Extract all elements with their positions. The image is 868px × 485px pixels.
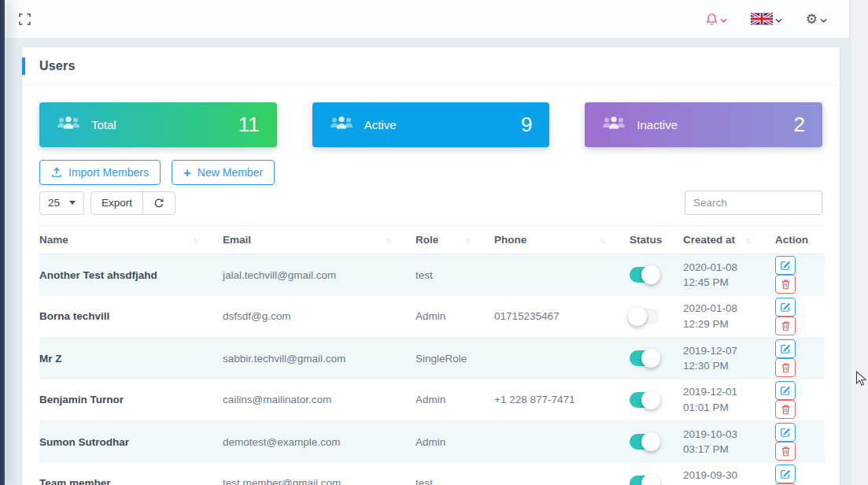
user-name-cell: Borna techvill — [39, 296, 223, 338]
trash-icon — [781, 446, 791, 457]
edit-button[interactable] — [775, 465, 796, 483]
search-input[interactable] — [685, 191, 822, 215]
sort-icon[interactable]: ↑↓ — [745, 236, 750, 245]
user-role-cell: test — [416, 463, 494, 485]
created-time: 12:29 PM — [683, 317, 769, 332]
column-header-name[interactable]: Name↑↓ — [39, 226, 223, 254]
edit-pencil-icon — [780, 385, 791, 396]
user-email-cell: test.member@gmail.com — [223, 463, 416, 485]
trash-icon — [781, 279, 791, 290]
user-role-cell: SingleRole — [416, 338, 494, 379]
user-role-cell: Admin — [416, 296, 494, 338]
column-header-role[interactable]: Role↑↓ — [416, 226, 494, 254]
table-row: Another Test ahsdfjahdjalal.techvill@gma… — [39, 254, 825, 296]
table-row: Sumon Sutrodhardemotest@example.comAdmin… — [39, 421, 825, 463]
action-cell — [775, 338, 825, 379]
column-header-status: Status — [630, 226, 683, 254]
toggle-knob — [641, 474, 660, 485]
column-header-email[interactable]: Email↑↓ — [223, 226, 416, 254]
action-cell — [775, 463, 825, 485]
edit-pencil-icon — [780, 302, 791, 313]
user-name-cell: Mr Z — [39, 338, 223, 379]
delete-button[interactable] — [775, 317, 796, 335]
new-member-label: New Member — [198, 166, 263, 179]
status-toggle[interactable] — [630, 476, 659, 485]
column-header-created-at[interactable]: Created at↑↓ — [683, 226, 775, 254]
toggle-knob — [641, 432, 660, 451]
user-status-cell — [630, 463, 683, 485]
created-time: 01:01 PM — [683, 400, 769, 416]
new-member-button[interactable]: + New Member — [172, 160, 275, 185]
page-header: Users — [22, 47, 840, 85]
status-toggle[interactable] — [630, 350, 659, 366]
bell-icon — [706, 13, 718, 26]
edit-button[interactable] — [775, 256, 796, 275]
status-toggle[interactable] — [630, 309, 659, 324]
export-button[interactable]: Export — [91, 192, 142, 214]
delete-button[interactable] — [775, 358, 796, 377]
right-scroll-strip[interactable] — [850, 0, 868, 485]
refresh-icon — [153, 198, 164, 209]
fullscreen-icon[interactable] — [19, 13, 31, 25]
sort-icon[interactable]: ↑↓ — [386, 236, 390, 245]
user-phone-cell — [494, 463, 630, 485]
user-phone-cell — [494, 338, 630, 379]
sort-icon[interactable]: ↑↓ — [464, 236, 469, 245]
toggle-knob — [641, 349, 660, 368]
stat-label: Total — [91, 118, 116, 131]
created-at-cell: 2020-01-0812:45 PM — [683, 254, 775, 296]
edit-button[interactable] — [775, 381, 796, 400]
user-status-cell — [630, 254, 683, 296]
page-size-select[interactable]: 25 — [39, 191, 84, 215]
chevron-down-icon — [720, 12, 727, 26]
delete-button[interactable] — [775, 275, 796, 294]
delete-button[interactable] — [775, 442, 796, 461]
table-header-row: Name↑↓Email↑↓Role↑↓Phone↑↓StatusCreated … — [39, 226, 825, 254]
created-time: 12:45 PM — [683, 275, 769, 291]
export-button-group: Export — [90, 191, 175, 215]
users-group-icon — [602, 116, 626, 134]
edit-pencil-icon — [780, 427, 791, 438]
table-row: Benjamin Turnorcailins@mailinator.comAdm… — [39, 379, 825, 421]
stat-card-inactive: Inactive 2 — [585, 102, 822, 147]
stats-row: Total 11 — [39, 102, 822, 147]
uk-flag-icon — [751, 13, 773, 25]
user-status-cell — [630, 296, 683, 338]
status-toggle[interactable] — [630, 434, 659, 450]
created-at-cell: 2019-12-0712:30 PM — [683, 338, 775, 379]
user-email-cell: dsfsdf@g.com — [223, 296, 416, 338]
created-date: 2020-01-08 — [683, 301, 769, 317]
created-at-cell: 2019-10-0303:17 PM — [683, 421, 775, 463]
refresh-button[interactable] — [142, 192, 175, 214]
created-at-cell: 2019-12-0101:01 PM — [683, 379, 775, 421]
user-phone-cell: 01715235467 — [494, 296, 630, 338]
sort-icon[interactable]: ↑↓ — [600, 236, 604, 245]
sort-icon[interactable]: ↑↓ — [193, 236, 198, 245]
user-name-cell: Team member — [39, 463, 223, 485]
user-status-cell — [630, 421, 683, 463]
language-menu[interactable] — [751, 12, 782, 26]
stat-card-total: Total 11 — [39, 102, 277, 147]
edit-button[interactable] — [775, 298, 796, 317]
column-header-phone[interactable]: Phone↑↓ — [494, 226, 630, 254]
user-phone-cell — [494, 254, 630, 296]
import-members-button[interactable]: Import Members — [39, 160, 161, 185]
status-toggle[interactable] — [630, 267, 659, 283]
status-toggle[interactable] — [630, 392, 659, 408]
edit-button[interactable] — [775, 339, 796, 358]
notifications-menu[interactable] — [706, 12, 727, 26]
chevron-down-icon — [820, 12, 827, 26]
column-header-action: Action — [775, 226, 825, 254]
action-buttons-row: Import Members + New Member — [39, 160, 822, 185]
table-row: Borna techvilldsfsdf@g.comAdmin017152354… — [39, 296, 825, 338]
page-size-value: 25 — [48, 197, 60, 209]
upload-icon — [51, 167, 62, 178]
edit-button[interactable] — [775, 423, 796, 442]
settings-menu[interactable]: ⚙ — [806, 12, 827, 26]
main-area: ⚙ Users — [5, 0, 849, 485]
users-group-icon — [330, 116, 353, 134]
users-group-icon — [57, 116, 80, 134]
action-cell — [775, 421, 825, 463]
table-toolbar: 25 Export — [39, 191, 822, 215]
delete-button[interactable] — [775, 400, 796, 419]
